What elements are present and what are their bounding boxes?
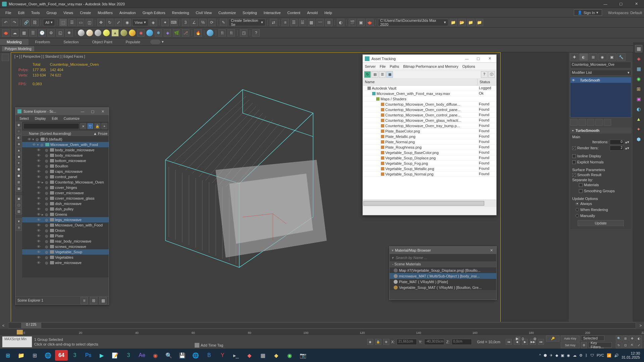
mat-1-icon[interactable] xyxy=(78,30,85,36)
tray-wifi-icon[interactable]: 📶 xyxy=(607,353,611,358)
asset-row[interactable]: Vegetable_Soup_BaseColor.pngFound xyxy=(363,150,496,155)
se-view-2[interactable]: ▢ xyxy=(16,202,22,208)
frame-icon[interactable]: ▶ xyxy=(516,337,521,341)
ribbon-toggle[interactable] xyxy=(150,40,160,44)
y-coord[interactable]: -40,3015cm xyxy=(424,339,444,345)
tray-1-icon[interactable]: ⬢ xyxy=(544,353,547,358)
edge-icon[interactable]: 🌐 xyxy=(189,350,202,361)
at-btn-3[interactable]: ☰ xyxy=(379,71,386,78)
folder2-button[interactable]: 📂 xyxy=(458,19,466,26)
scene-item[interactable]: 👁◍body_inside_microwave xyxy=(22,147,109,153)
scene-item[interactable]: 👁◍cover_hinges xyxy=(22,185,109,190)
layers2-button[interactable]: ☱ xyxy=(299,19,306,26)
yandex-icon[interactable]: Y xyxy=(216,350,229,361)
selection-set-dropdown[interactable]: Create Selection Se▾ xyxy=(229,19,265,26)
nav-5[interactable]: ↻ xyxy=(616,342,622,348)
se-view-3[interactable]: ▤ xyxy=(16,208,22,214)
camera-icon[interactable]: 📷 xyxy=(297,350,309,361)
app-arrow-icon[interactable]: ▶ xyxy=(95,350,108,361)
dock-btn-3[interactable]: ▦ xyxy=(635,65,642,72)
chrome-icon[interactable]: 🌐 xyxy=(42,350,54,361)
nav-8[interactable]: ⤢ xyxy=(636,342,642,348)
remove-button[interactable] xyxy=(595,119,603,126)
scene-item[interactable]: 👁◍Plate xyxy=(22,233,109,239)
explorer-icon[interactable]: 📁 xyxy=(15,350,28,361)
scene-item[interactable]: 👁◍dish_microwave xyxy=(22,201,109,206)
se-filter-7[interactable]: ✦ xyxy=(16,160,22,166)
scene-item[interactable]: 👁◍dish_pulley xyxy=(22,206,109,212)
se-menu-edit[interactable]: Edit xyxy=(49,116,60,121)
list-icon[interactable]: ☰ xyxy=(29,29,37,37)
dock-btn-4[interactable]: ◉ xyxy=(635,75,642,83)
display-tab[interactable]: ▣ xyxy=(607,53,616,61)
big-key-button[interactable]: 🔑 xyxy=(546,335,559,342)
schematic-button[interactable]: ⊞ xyxy=(325,19,333,26)
snow-icon[interactable]: ❄ xyxy=(155,29,162,37)
burst-icon[interactable]: ✺ xyxy=(65,29,73,37)
curve-editor-button[interactable]: 〰 xyxy=(316,19,324,26)
material-item[interactable]: microwave_MAT ( Multi/Sub-Object ) [body… xyxy=(390,273,496,279)
at-menu-server[interactable]: Server xyxy=(365,64,376,68)
se-clear-button[interactable]: ✕ xyxy=(80,123,86,129)
se-filter-button[interactable]: ▽ xyxy=(87,123,93,129)
gear-icon[interactable]: ⚙ xyxy=(47,29,55,37)
update-button[interactable]: Update xyxy=(578,220,624,226)
align-button[interactable]: ≡ xyxy=(282,19,289,26)
at-menu-options[interactable]: Options xyxy=(462,64,475,68)
rollout-header-turbosmooth[interactable]: ▾TurboSmooth xyxy=(570,127,631,134)
scene-item[interactable]: 👁◍bottom_microwave xyxy=(22,158,109,163)
3dsmax-icon[interactable]: 3 xyxy=(68,350,81,361)
maxscript-box[interactable]: MAXScript Min xyxy=(2,336,32,348)
render-iters-checkbox[interactable]: ✓ xyxy=(572,146,576,150)
cube-icon[interactable]: ◱ xyxy=(56,29,64,37)
edit-selection-button[interactable]: ✎ xyxy=(220,19,227,26)
at-refresh-button[interactable]: ↻ xyxy=(364,71,371,78)
tray-4-icon[interactable]: ▣ xyxy=(561,353,564,358)
app-red-icon[interactable]: ◆ xyxy=(243,350,256,361)
search-icon[interactable]: 🔍 xyxy=(162,350,175,361)
scene-item[interactable]: 👁◍rear_body_microwave xyxy=(22,239,109,244)
mat-8-icon[interactable] xyxy=(207,30,213,36)
manually-radio[interactable] xyxy=(576,214,579,217)
se-search-input[interactable] xyxy=(23,123,79,129)
menu-grapheditors[interactable]: Graph Editors xyxy=(139,9,169,16)
pin-stack-button[interactable] xyxy=(570,119,578,126)
autokey-button[interactable]: Auto Key xyxy=(561,335,580,342)
project-path[interactable]: C:\Users\Tan\Documents\3ds Max 2020▾ xyxy=(378,19,448,26)
time-handle[interactable]: 0 / 225 xyxy=(21,323,41,328)
app-o-icon[interactable]: ◉ xyxy=(149,350,162,361)
crystal-icon[interactable]: ◈ xyxy=(164,29,171,37)
scene-item[interactable]: 👁▸◍Greens xyxy=(22,212,109,217)
3dsmax2-icon[interactable]: 3 xyxy=(122,350,135,361)
se-menu-display[interactable]: Display xyxy=(32,116,49,121)
scene-item[interactable]: 👁◍caps_microwave xyxy=(22,169,109,174)
ribbon-tab-modeling[interactable]: Modeling xyxy=(0,39,29,45)
triangle-icon[interactable]: ▲ xyxy=(111,29,119,37)
menu-views[interactable]: Views xyxy=(60,9,77,16)
se-menu-select[interactable]: Select xyxy=(17,116,32,121)
configure-button[interactable] xyxy=(604,119,611,126)
grid-icon[interactable]: ▦ xyxy=(20,29,28,37)
menu-arnold[interactable]: Arnold xyxy=(304,9,321,16)
keyboard-button[interactable]: ⌨ xyxy=(170,19,178,26)
key-selected-dropdown[interactable]: Selected xyxy=(581,335,604,341)
save-icon[interactable]: 💾 xyxy=(176,350,189,361)
app-y-icon[interactable]: ◆ xyxy=(270,350,283,361)
select-window-button[interactable]: ◫ xyxy=(86,19,93,26)
menu-customize[interactable]: Customize xyxy=(215,9,239,16)
scene-item[interactable]: 👁◍cover_microwave_glass xyxy=(22,196,109,201)
app-64-icon[interactable]: 64 xyxy=(55,350,68,361)
menu-help[interactable]: Help xyxy=(321,9,336,16)
select-button[interactable]: ⬚ xyxy=(59,19,67,26)
sign-in-button[interactable]: 👤 Sign In ▾ xyxy=(574,9,602,16)
tool-c-icon[interactable]: ◳ xyxy=(240,29,247,37)
teapot-icon[interactable]: 🫖 xyxy=(2,29,9,37)
refcoord-dropdown[interactable]: View▾ xyxy=(132,19,148,26)
select-rect-button[interactable]: ▭ xyxy=(77,19,84,26)
scene-item[interactable]: 👁◍Microwave_Oven_with_Food xyxy=(22,222,109,228)
asset-row[interactable]: Maps / Shaders xyxy=(363,96,496,102)
dock-btn-10[interactable]: ⬢ xyxy=(635,136,642,143)
at-hscrollbar[interactable] xyxy=(363,200,496,207)
motion-tab[interactable]: ◉ xyxy=(598,53,607,61)
rendering-radio[interactable] xyxy=(576,208,579,211)
